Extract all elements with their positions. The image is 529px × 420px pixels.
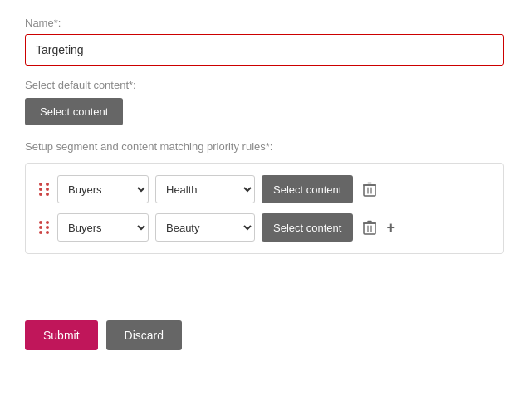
row-actions-2: + [360, 217, 399, 238]
rule-row: Buyers Visitors All Health Beauty Sports… [39, 175, 490, 203]
name-input[interactable] [25, 34, 504, 66]
category-select-1[interactable]: Health Beauty Sports Tech [155, 175, 255, 203]
segment-select-2[interactable]: Buyers Visitors All [57, 213, 149, 242]
delete-rule-button-2[interactable] [360, 217, 380, 238]
default-content-label: Select default content*: [25, 79, 504, 91]
rule-select-content-button-1[interactable]: Select content [262, 175, 353, 203]
trash-icon-2 [363, 220, 376, 235]
submit-button[interactable]: Submit [25, 320, 98, 350]
rules-label: Setup segment and content matching prior… [25, 140, 504, 153]
rule-select-content-button-2[interactable]: Select content [262, 213, 353, 242]
row-actions-1 [360, 178, 380, 200]
drag-handle-2[interactable] [39, 221, 51, 234]
rules-container: Buyers Visitors All Health Beauty Sports… [25, 163, 504, 254]
trash-icon [363, 182, 376, 197]
category-select-2[interactable]: Health Beauty Sports Tech [155, 213, 255, 242]
footer-buttons: Submit Discard [25, 320, 504, 350]
segment-select-1[interactable]: Buyers Visitors All [57, 175, 149, 203]
rule-row: Buyers Visitors All Health Beauty Sports… [39, 213, 490, 242]
name-label: Name*: [25, 17, 504, 29]
drag-handle[interactable] [39, 183, 51, 196]
svg-rect-5 [364, 223, 375, 234]
svg-rect-0 [364, 185, 375, 196]
add-rule-button[interactable]: + [383, 217, 399, 238]
discard-button[interactable]: Discard [106, 320, 182, 350]
delete-rule-button-1[interactable] [360, 178, 380, 200]
select-default-content-button[interactable]: Select content [25, 98, 123, 125]
